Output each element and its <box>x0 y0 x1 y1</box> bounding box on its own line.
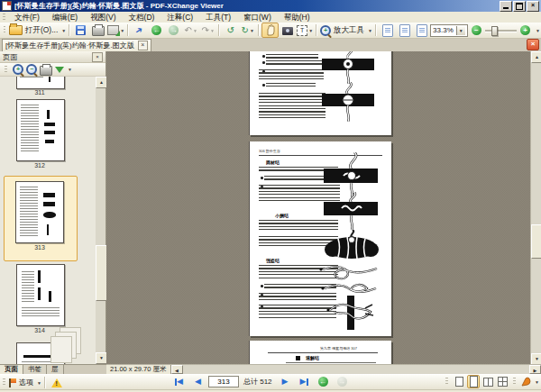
close-button[interactable]: × <box>527 1 539 12</box>
snapshot-button[interactable] <box>279 23 296 38</box>
document-tab[interactable]: [怀斯曼生存手册](英)约翰·怀斯曼.图文版 × <box>2 39 151 51</box>
minimize-button[interactable] <box>500 1 512 12</box>
menu-tools[interactable]: 工具(T) <box>199 12 237 23</box>
fit-page-button[interactable] <box>396 23 413 38</box>
chevron-down-icon[interactable]: ▼ <box>68 67 72 72</box>
panel-close-icon[interactable]: × <box>92 52 103 62</box>
menu-comments[interactable]: 注释(C) <box>160 12 199 23</box>
zoom-in-icon: + <box>520 25 530 35</box>
toolbar-grip <box>445 378 448 386</box>
thumbnail-313[interactable] <box>15 181 64 243</box>
document-vertical-scrollbar[interactable]: ▲ ▼ <box>530 51 541 364</box>
redo-icon: ↷ <box>201 26 208 35</box>
thumbnail-list: 311 312 <box>0 77 96 364</box>
thumbnail-311[interactable] <box>16 77 65 89</box>
knot-illustration-loop-step1 <box>318 264 380 282</box>
menu-edit[interactable]: 编辑(E) <box>46 12 84 23</box>
pages-panel-toolbar: + − ▼ <box>0 63 105 77</box>
tab-layers[interactable]: 层 <box>47 365 64 374</box>
open-button[interactable]: 打开(O)... ▼ <box>8 23 67 38</box>
knot-illustration-timber-hitch <box>322 152 380 197</box>
scrollbar-thumb[interactable] <box>531 224 541 259</box>
zoom-level-combo[interactable]: 33.3% ▼ <box>430 24 468 37</box>
tab-bookmarks[interactable]: 书签 <box>23 365 47 374</box>
print-pages-icon[interactable] <box>40 66 52 76</box>
view-forward-button[interactable]: → <box>334 374 351 389</box>
document-horizontal-scrollbar[interactable]: 21.00 x 29.70 厘米 ◀ ▶ <box>106 364 541 374</box>
total-pages-label: 总计 512 <box>243 377 272 387</box>
save-icon <box>76 25 86 35</box>
separator <box>69 24 70 36</box>
select-tool-button[interactable]: T▼ <box>296 23 314 38</box>
document-view[interactable]: 306 野外生存 圆材结 <box>106 51 530 364</box>
options-funnel-icon[interactable] <box>55 67 64 73</box>
tab-pages[interactable]: 页面 <box>0 365 23 374</box>
options-button[interactable]: 选项 ▼ <box>8 375 42 390</box>
fit-page-icon <box>399 24 410 37</box>
close-document-button[interactable]: × <box>527 39 539 50</box>
send-button[interactable]: ➔ <box>131 23 148 38</box>
go-forward-button[interactable]: → <box>165 23 182 38</box>
rotate-ccw-button[interactable]: ↺ <box>222 23 239 38</box>
zoom-slider-thumb[interactable] <box>491 26 498 36</box>
zoom-slider[interactable] <box>485 25 517 36</box>
menu-window[interactable]: 窗口(W) <box>237 12 278 23</box>
continuous-layout-button[interactable] <box>467 375 480 388</box>
fit-visible-button[interactable] <box>413 23 430 38</box>
pan-zoom-tool-icon[interactable] <box>520 376 532 387</box>
thumbnail-314[interactable] <box>16 264 65 326</box>
rotate-cw-button[interactable]: ↻▼ <box>239 23 256 38</box>
thumbnail-312[interactable] <box>16 99 65 161</box>
menu-file[interactable]: 文件(F) <box>8 12 46 23</box>
facing-layout-button[interactable] <box>481 375 494 388</box>
chevron-down-icon[interactable]: ▼ <box>250 28 254 33</box>
magnify-tool-button[interactable]: + 放大工具 ▼ <box>319 23 373 38</box>
go-back-button[interactable]: ← <box>148 23 165 38</box>
zoom-out-button[interactable]: − <box>468 23 485 38</box>
toolbar-overflow-icon[interactable]: ▼ <box>536 28 540 33</box>
zoom-in-button[interactable]: + <box>517 23 534 38</box>
back-icon: ← <box>318 377 328 387</box>
chevron-down-icon[interactable]: ▼ <box>535 379 539 385</box>
knot-illustration-clove-hitch <box>320 51 376 84</box>
redo-button[interactable]: ↷▼ <box>199 23 216 38</box>
view-back-button[interactable]: ← <box>315 374 332 389</box>
next-page-button[interactable]: ▶ <box>277 374 294 389</box>
facing-continuous-layout-button[interactable] <box>496 375 509 388</box>
menu-view[interactable]: 视图(V) <box>84 12 122 23</box>
scroll-right-icon[interactable]: ▶ <box>529 365 541 374</box>
restore-button[interactable] <box>513 1 526 12</box>
scroll-up-icon[interactable]: ▲ <box>531 51 541 63</box>
app-icon <box>2 1 12 11</box>
menu-help[interactable]: 帮助(H) <box>278 12 316 23</box>
current-page-input[interactable]: 313 <box>208 376 239 387</box>
scrollbar-track[interactable] <box>183 365 529 374</box>
save-button[interactable] <box>72 23 89 38</box>
undo-button[interactable]: ↶▼ <box>182 23 199 38</box>
first-page-button[interactable]: ◀ <box>170 374 188 389</box>
thumb-zoom-out-icon[interactable]: − <box>26 64 37 75</box>
chevron-down-icon[interactable]: ▼ <box>61 28 66 33</box>
thumbnail-scrollbar[interactable]: ▲ ▼ <box>96 77 105 364</box>
chevron-down-icon[interactable]: ▼ <box>37 380 41 386</box>
export-button[interactable]: ▼ <box>106 23 125 38</box>
print-button[interactable] <box>89 23 106 38</box>
chevron-down-icon[interactable]: ▼ <box>120 28 124 33</box>
chevron-down-icon[interactable]: ▼ <box>368 28 372 33</box>
facing-pages-icon <box>483 378 493 387</box>
knot-illustration-highwayman-hitch <box>326 296 376 330</box>
warning-icon[interactable] <box>51 378 62 387</box>
fit-width-button[interactable] <box>379 23 396 38</box>
chevron-down-icon[interactable]: ▼ <box>308 28 313 33</box>
rotate-ccw-icon: ↺ <box>226 26 234 35</box>
hand-tool-button[interactable] <box>261 23 279 38</box>
hand-icon <box>265 24 276 36</box>
tab-close-icon[interactable]: × <box>138 41 148 50</box>
single-page-layout-button[interactable] <box>453 375 465 388</box>
previous-page-button[interactable]: ◀ <box>189 374 206 389</box>
last-page-button[interactable]: ▶ <box>296 374 313 389</box>
menu-document[interactable]: 文档(D) <box>123 12 161 23</box>
thumb-zoom-in-icon[interactable]: + <box>13 64 23 75</box>
chevron-down-icon[interactable]: ▼ <box>456 26 465 35</box>
scroll-left-icon[interactable]: ◀ <box>171 365 183 374</box>
